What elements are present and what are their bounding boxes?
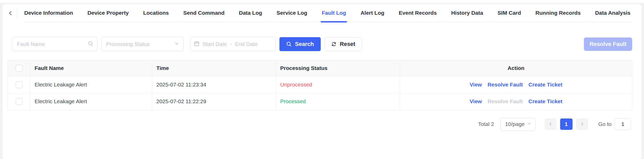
- end-date-placeholder: End Date: [235, 41, 258, 47]
- resolve-fault-button-label: Resolve Fault: [590, 41, 626, 47]
- select-all-checkbox[interactable]: [16, 65, 23, 72]
- row-checkbox[interactable]: [16, 81, 23, 88]
- goto-label: Go to: [598, 121, 611, 127]
- tab-bar: Device Information Device Property Locat…: [3, 4, 641, 22]
- fault-name-input[interactable]: [12, 37, 97, 51]
- view-link[interactable]: View: [470, 98, 482, 105]
- search-button-label: Search: [295, 41, 314, 47]
- chevron-right-icon: [580, 122, 584, 126]
- tab-device-information[interactable]: Device Information: [24, 4, 73, 22]
- search-icon: [286, 41, 292, 47]
- next-page-button[interactable]: [576, 118, 588, 130]
- reset-button[interactable]: Reset: [325, 37, 362, 51]
- processing-status-placeholder: Processing Status: [106, 41, 150, 47]
- create-ticket-link[interactable]: Create Ticket: [528, 98, 562, 105]
- fault-name-field[interactable]: [17, 41, 88, 47]
- fault-log-table: Fault Name Time Processing Status Action…: [8, 60, 632, 110]
- tab-running-records[interactable]: Running Records: [535, 4, 581, 22]
- filter-toolbar: Processing Status Start Date - End Date …: [12, 37, 632, 51]
- resolve-fault-button[interactable]: Resolve Fault: [584, 37, 632, 51]
- view-link[interactable]: View: [470, 82, 482, 88]
- tab-data-log[interactable]: Data Log: [239, 4, 262, 22]
- status-badge: Unprocessed: [276, 76, 400, 93]
- page-size-value: 10/page: [505, 121, 525, 127]
- chevron-left-icon: [548, 122, 553, 126]
- date-range-separator: -: [230, 41, 232, 47]
- chevron-left-icon: [8, 11, 13, 16]
- back-button[interactable]: [8, 9, 13, 17]
- chevron-down-icon: [527, 121, 532, 127]
- tab-send-command[interactable]: Send Command: [183, 4, 224, 22]
- tab-fault-log[interactable]: Fault Log: [322, 4, 346, 22]
- tabs-list: Device Information Device Property Locat…: [24, 4, 632, 22]
- top-navbar-strip: [0, 0, 644, 3]
- tab-sim-card[interactable]: SIM Card: [497, 4, 521, 22]
- tab-service-log[interactable]: Service Log: [277, 4, 307, 22]
- tab-locations[interactable]: Locations: [143, 4, 169, 22]
- tab-alert-log[interactable]: Alert Log: [360, 4, 384, 22]
- action-cell: View Resolve Fault Create Ticket: [400, 93, 632, 110]
- table-header-row: Fault Name Time Processing Status Action: [8, 60, 632, 76]
- table-row: Electric Leakage Alert 2025-07-02 11:22:…: [8, 93, 632, 110]
- reset-button-label: Reset: [340, 41, 355, 47]
- column-header-processing-status: Processing Status: [276, 60, 400, 76]
- pagination-bar: Total 2 10/page 1 Go to: [3, 118, 631, 131]
- tab-device-property[interactable]: Device Property: [87, 4, 129, 22]
- goto-page-input[interactable]: [615, 118, 631, 130]
- content-card: Device Information Device Property Locat…: [3, 4, 641, 159]
- action-cell: View Resolve Fault Create Ticket: [400, 76, 632, 93]
- tab-event-records[interactable]: Event Records: [399, 4, 437, 22]
- refresh-icon: [331, 41, 337, 47]
- processing-status-select[interactable]: Processing Status: [101, 37, 184, 51]
- fault-name-cell: Electric Leakage Alert: [31, 93, 152, 110]
- time-cell: 2025-07-02 11:23:34: [152, 76, 276, 93]
- resolve-fault-link-disabled: Resolve Fault: [488, 98, 523, 105]
- page-size-select[interactable]: 10/page: [500, 118, 535, 131]
- prev-page-button[interactable]: [545, 118, 557, 130]
- date-range-picker[interactable]: Start Date - End Date: [190, 37, 276, 51]
- column-header-fault-name: Fault Name: [31, 60, 152, 76]
- search-button[interactable]: Search: [279, 37, 321, 51]
- calendar-icon: [194, 41, 199, 48]
- create-ticket-link[interactable]: Create Ticket: [528, 82, 562, 88]
- fault-name-cell: Electric Leakage Alert: [31, 76, 152, 93]
- column-header-action: Action: [400, 60, 632, 76]
- status-badge: Processed: [276, 93, 400, 110]
- tabbar-divider: [17, 8, 17, 19]
- pagination-total: Total 2: [478, 121, 494, 127]
- tab-history-data[interactable]: History Data: [451, 4, 483, 22]
- search-icon: [88, 41, 93, 48]
- resolve-fault-link[interactable]: Resolve Fault: [488, 82, 523, 88]
- page-number-button[interactable]: 1: [560, 118, 573, 130]
- column-header-time: Time: [152, 60, 276, 76]
- start-date-placeholder: Start Date: [203, 41, 227, 47]
- time-cell: 2025-07-02 11:22:29: [152, 93, 276, 110]
- chevron-down-icon: [174, 41, 179, 47]
- row-checkbox[interactable]: [16, 98, 23, 105]
- tab-data-analysis[interactable]: Data Analysis: [595, 4, 630, 22]
- table-row: Electric Leakage Alert 2025-07-02 11:23:…: [8, 76, 632, 93]
